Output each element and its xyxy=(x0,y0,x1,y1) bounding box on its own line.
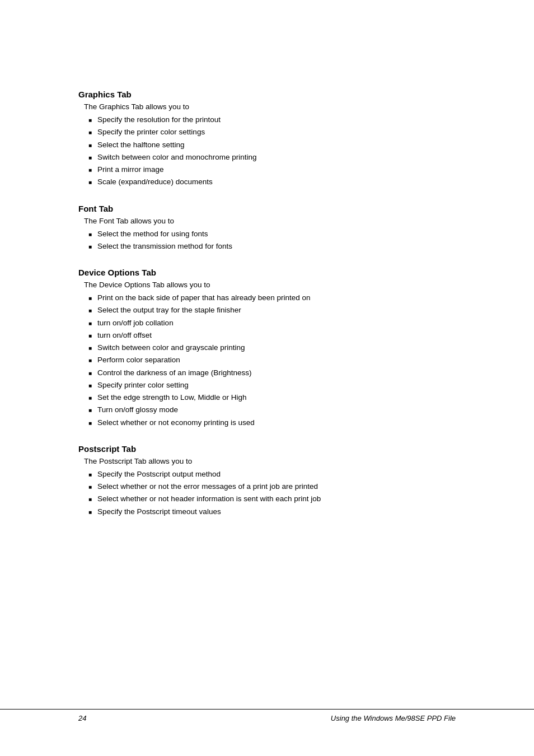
section-intro-font-tab: The Font Tab allows you to xyxy=(84,217,456,225)
section-title-device-options-tab: Device Options Tab xyxy=(78,268,456,277)
section-intro-device-options-tab: The Device Options Tab allows you to xyxy=(84,281,456,289)
section-title-graphics-tab: Graphics Tab xyxy=(78,90,456,99)
section-intro-postscript-tab: The Postscript Tab allows you to xyxy=(84,457,456,465)
section-postscript-tab: Postscript TabThe Postscript Tab allows … xyxy=(78,444,456,517)
list-item: Specify printer color setting xyxy=(88,380,456,391)
list-item: Scale (expand/reduce) documents xyxy=(88,176,456,188)
list-item: Select the halftone setting xyxy=(88,139,456,151)
list-item: Select the transmission method for fonts xyxy=(88,241,456,252)
list-item: Select whether or not economy printing i… xyxy=(88,417,456,428)
list-item: Specify the printer color settings xyxy=(88,127,456,138)
list-item: Specify the Postscript output method xyxy=(88,469,456,480)
bullet-list-font-tab: Select the method for using fontsSelect … xyxy=(88,228,456,253)
list-item: Select whether or not the error messages… xyxy=(88,481,456,492)
list-item: Switch between color and monochrome prin… xyxy=(88,152,456,163)
section-title-font-tab: Font Tab xyxy=(78,204,456,213)
section-intro-graphics-tab: The Graphics Tab allows you to xyxy=(84,102,456,111)
list-item: Select the output tray for the staple fi… xyxy=(88,305,456,316)
list-item: Turn on/off glossy mode xyxy=(88,404,456,416)
bullet-list-device-options-tab: Print on the back side of paper that has… xyxy=(88,292,456,428)
list-item: Switch between color and grayscale print… xyxy=(88,342,456,353)
bullet-list-postscript-tab: Specify the Postscript output methodSele… xyxy=(88,469,456,517)
page-number: 24 xyxy=(78,714,86,722)
page-footer: 24 Using the Windows Me/98SE PPD File xyxy=(0,709,534,722)
section-title-postscript-tab: Postscript Tab xyxy=(78,444,456,454)
section-device-options-tab: Device Options TabThe Device Options Tab… xyxy=(78,268,456,428)
list-item: Select whether or not header information… xyxy=(88,493,456,505)
list-item: Specify the resolution for the printout xyxy=(88,114,456,125)
list-item: Set the edge strength to Low, Middle or … xyxy=(88,392,456,403)
list-item: Perform color separation xyxy=(88,354,456,366)
section-graphics-tab: Graphics TabThe Graphics Tab allows you … xyxy=(78,90,456,188)
list-item: turn on/off offset xyxy=(88,330,456,341)
list-item: turn on/off job collation xyxy=(88,318,456,329)
list-item: Print a mirror image xyxy=(88,164,456,175)
list-item: Control the darkness of an image (Bright… xyxy=(88,367,456,379)
list-item: Select the method for using fonts xyxy=(88,228,456,240)
list-item: Print on the back side of paper that has… xyxy=(88,292,456,304)
list-item: Specify the Postscript timeout values xyxy=(88,506,456,517)
section-font-tab: Font TabThe Font Tab allows you toSelect… xyxy=(78,204,456,253)
footer-title: Using the Windows Me/98SE PPD File xyxy=(331,714,456,722)
bullet-list-graphics-tab: Specify the resolution for the printoutS… xyxy=(88,114,456,188)
